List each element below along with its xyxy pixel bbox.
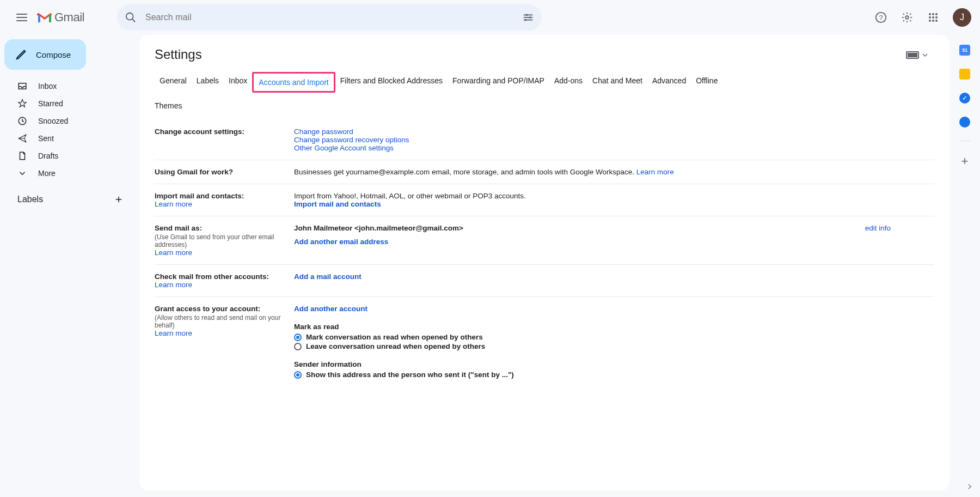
link-change-recovery[interactable]: Change password recovery options	[294, 136, 934, 144]
tab-forwarding[interactable]: Forwarding and POP/IMAP	[448, 72, 549, 93]
support-button[interactable]: ?	[870, 7, 892, 28]
account-avatar[interactable]: J	[953, 8, 971, 27]
keyboard-icon	[906, 51, 919, 59]
link-checkmail-learn-more[interactable]: Learn more	[155, 281, 294, 289]
link-workspace-learn-more[interactable]: Learn more	[636, 168, 674, 176]
svg-point-17	[929, 20, 931, 22]
svg-point-0	[126, 13, 133, 20]
tab-inbox[interactable]: Inbox	[224, 72, 252, 93]
link-import-learn-more[interactable]: Learn more	[155, 200, 294, 208]
svg-point-5	[525, 14, 528, 16]
send-as-identity: John Mailmeteor <john.mailmeteor@gmail.c…	[294, 224, 865, 232]
main-menu-button[interactable]	[9, 4, 35, 31]
hamburger-icon	[16, 14, 27, 21]
nav-label: Snoozed	[38, 117, 68, 125]
link-grant-learn-more[interactable]: Learn more	[155, 329, 294, 337]
contacts-app-icon[interactable]	[959, 117, 970, 128]
star-icon	[17, 99, 28, 108]
search-bar[interactable]	[117, 4, 542, 31]
svg-point-16	[935, 16, 938, 19]
sidebar-item-snoozed[interactable]: Snoozed	[4, 112, 126, 130]
sidebar-item-drafts[interactable]: Drafts	[4, 147, 126, 165]
svg-point-18	[932, 20, 934, 22]
radio-icon	[294, 334, 302, 341]
svg-line-1	[132, 19, 136, 22]
radio-mark-read[interactable]: Mark conversation as read when opened by…	[294, 333, 934, 341]
link-change-password[interactable]: Change password	[294, 128, 934, 136]
tab-accounts-and-import[interactable]: Accounts and Import	[252, 72, 335, 93]
section-using-for-work: Using Gmail for work? Businesses get you…	[155, 160, 934, 184]
sidebar: Compose Inbox Starred Snoozed Sent Draft…	[0, 35, 139, 497]
svg-point-6	[529, 16, 531, 19]
section-send-mail-as: Send mail as: (Use Gmail to send from yo…	[155, 216, 934, 265]
svg-point-10	[905, 16, 909, 19]
calendar-app-icon[interactable]	[959, 45, 970, 56]
chevron-down-icon	[17, 168, 28, 178]
tasks-app-icon[interactable]	[959, 93, 970, 104]
section-label: Grant access to your account:	[155, 305, 294, 313]
link-edit-info[interactable]: edit info	[865, 224, 891, 232]
sidebar-item-starred[interactable]: Starred	[4, 95, 126, 112]
google-apps-button[interactable]	[922, 7, 944, 28]
tab-general[interactable]: General	[155, 72, 192, 93]
gmail-logo[interactable]: Gmail	[37, 10, 84, 25]
compose-label: Compose	[36, 50, 71, 59]
settings-tabs: General Labels Inbox Accounts and Import…	[139, 64, 950, 93]
svg-point-13	[935, 13, 938, 15]
sidebar-item-sent[interactable]: Sent	[4, 130, 126, 147]
sender-info-heading: Sender information	[294, 360, 934, 368]
gear-icon	[901, 11, 913, 23]
link-add-another-account[interactable]: Add another account	[294, 305, 934, 313]
import-text: Import from Yahoo!, Hotmail, AOL, or oth…	[294, 192, 934, 200]
keep-app-icon[interactable]	[959, 69, 970, 80]
input-tools-button[interactable]	[906, 51, 928, 59]
tab-offline[interactable]: Offline	[691, 72, 722, 93]
sidebar-item-more[interactable]: More	[4, 165, 126, 182]
section-grant-access: Grant access to your account: (Allow oth…	[155, 297, 934, 387]
radio-icon	[294, 371, 302, 379]
nav-label: Sent	[38, 134, 54, 143]
labels-heading: Labels	[4, 182, 135, 209]
nav-label: More	[38, 169, 56, 178]
mark-as-read-heading: Mark as read	[294, 323, 934, 331]
link-sendas-learn-more[interactable]: Learn more	[155, 248, 294, 257]
link-add-another-email[interactable]: Add another email address	[294, 238, 934, 246]
tab-filters[interactable]: Filters and Blocked Addresses	[335, 72, 448, 93]
product-name: Gmail	[54, 10, 84, 25]
add-label-button[interactable]	[111, 192, 126, 207]
section-label: Send mail as:	[155, 224, 294, 232]
radio-show-address[interactable]: Show this address and the person who sen…	[294, 371, 934, 379]
svg-point-19	[935, 20, 938, 22]
header-actions: ? J	[870, 7, 971, 28]
settings-button[interactable]	[896, 7, 918, 28]
link-add-mail-account[interactable]: Add a mail account	[294, 272, 934, 281]
gmail-m-icon	[37, 11, 52, 23]
help-icon: ?	[875, 11, 887, 23]
tab-advanced[interactable]: Advanced	[647, 72, 691, 93]
radio-leave-unread[interactable]: Leave conversation unread when opened by…	[294, 342, 934, 350]
radio-label: Mark conversation as read when opened by…	[306, 333, 483, 341]
settings-body[interactable]: Change account settings: Change password…	[139, 120, 950, 488]
svg-point-15	[932, 16, 934, 19]
section-check-mail: Check mail from other accounts: Learn mo…	[155, 265, 934, 297]
tab-labels[interactable]: Labels	[192, 72, 224, 93]
compose-button[interactable]: Compose	[4, 39, 86, 70]
get-addons-button[interactable]: +	[961, 154, 969, 168]
sidebar-item-inbox[interactable]: Inbox	[4, 77, 126, 95]
search-input[interactable]	[145, 13, 522, 22]
tab-chat-and-meet[interactable]: Chat and Meet	[587, 72, 647, 93]
link-import-mail-and-contacts[interactable]: Import mail and contacts	[294, 200, 934, 208]
tab-themes[interactable]: Themes	[155, 97, 187, 114]
search-options-icon[interactable]	[522, 11, 534, 23]
side-panel-toggle[interactable]	[966, 483, 973, 490]
work-text: Businesses get yourname@example.com emai…	[294, 168, 636, 176]
tab-addons[interactable]: Add-ons	[549, 72, 587, 93]
main-content: Settings General Labels Inbox Accounts a…	[139, 35, 950, 490]
svg-point-14	[929, 16, 931, 19]
link-other-google-settings[interactable]: Other Google Account settings	[294, 144, 934, 152]
pencil-icon	[15, 49, 27, 60]
search-icon	[125, 11, 137, 23]
section-change-account: Change account settings: Change password…	[155, 120, 934, 160]
dropdown-caret-icon	[922, 52, 928, 58]
svg-point-7	[525, 19, 527, 21]
